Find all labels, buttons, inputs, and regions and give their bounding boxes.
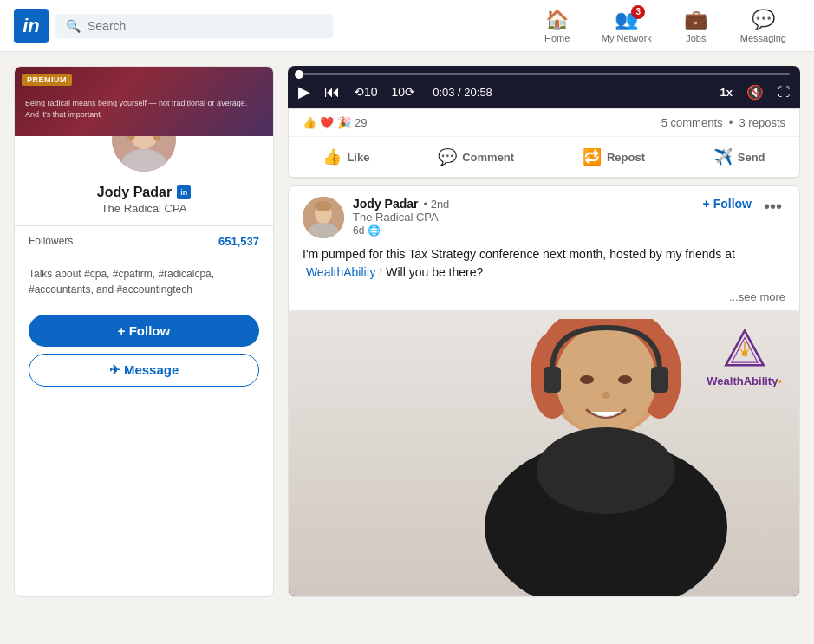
svg-rect-21 — [544, 367, 561, 393]
reaction-emoji-1: 👍 — [303, 116, 316, 129]
skip-back-button[interactable]: ⏮ — [324, 83, 340, 101]
post-image-placeholder: WealthAbility• — [289, 310, 799, 596]
svg-point-27 — [537, 427, 675, 514]
post-reactions-bar: 👍 ❤️ 🎉 29 5 comments • 3 reposts — [289, 109, 799, 137]
comment-icon: 💬 — [438, 147, 457, 166]
nav-label-my-network: My Network — [602, 33, 652, 43]
post-subtitle: The Radical CPA — [353, 211, 694, 224]
reposts-count[interactable]: 3 reposts — [739, 116, 785, 129]
post-actions: 👍 Like 💬 Comment 🔁 Repost ✈️ Send — [289, 137, 799, 178]
nav-item-messaging[interactable]: 💬 Messaging — [726, 0, 800, 52]
repost-action-button[interactable]: 🔁 Repost — [569, 140, 659, 173]
like-label: Like — [347, 151, 369, 164]
profile-info: Jody Padar in The Radical CPA — [15, 181, 273, 225]
reaction-icons: 👍 ❤️ 🎉 29 — [303, 116, 367, 129]
post-time-line: 6d 🌐 — [353, 224, 694, 237]
nav-item-home[interactable]: 🏠 Home — [527, 0, 588, 52]
author-name-text: Jody Padar — [97, 185, 172, 200]
video-controls: ▶ ⏮ ⟲10 10⟳ 0:03 / 20:58 1x 🔇 ⛶ — [288, 75, 800, 108]
person-image — [424, 319, 788, 596]
post-header: Jody Padar • 2nd The Radical CPA 6d 🌐 + … — [289, 186, 799, 245]
progress-track[interactable] — [298, 73, 790, 75]
nav-label-jobs: Jobs — [686, 33, 706, 43]
profile-actions: + Follow ✈ Message — [15, 308, 273, 400]
header: in 🔍 🏠 Home 👥 3 My Network 💼 Jobs 💬 Mess… — [0, 0, 814, 52]
profile-banner: PREMIUM Being radical means being yourse… — [15, 67, 273, 136]
post-author-name[interactable]: Jody Padar — [353, 197, 418, 211]
more-options-button[interactable]: ••• — [760, 197, 785, 217]
progress-fill — [298, 73, 299, 75]
post-body: I'm pumped for this Tax Strategy confere… — [289, 245, 799, 290]
profile-title: The Radical CPA — [29, 202, 259, 215]
svg-point-23 — [580, 375, 594, 384]
search-bar[interactable]: 🔍 — [55, 14, 333, 38]
profile-tags: Talks about #cpa, #cpafirm, #radicalcpa,… — [15, 257, 273, 308]
post-time: 6d — [353, 224, 364, 237]
messaging-icon: 💬 — [752, 9, 775, 31]
post-meta-right: 5 comments • 3 reposts — [661, 116, 785, 129]
comment-action-button[interactable]: 💬 Comment — [424, 140, 528, 173]
send-icon: ✈️ — [713, 147, 733, 166]
speed-button[interactable]: 1x — [720, 86, 733, 99]
premium-badge: PREMIUM — [22, 74, 72, 86]
volume-button[interactable]: 🔇 — [746, 84, 764, 101]
nav-label-home: Home — [544, 33, 570, 43]
search-icon: 🔍 — [66, 19, 81, 33]
linkedin-in-badge: in — [177, 185, 191, 199]
profile-name: Jody Padar in — [29, 185, 259, 200]
post-author-avatar[interactable] — [303, 197, 344, 238]
progress-dot — [295, 70, 303, 79]
video-progress-bar[interactable] — [288, 66, 800, 75]
post-card-1: 👍 ❤️ 🎉 29 5 comments • 3 reposts 👍 Like — [288, 108, 800, 179]
visibility-icon: 🌐 — [368, 224, 381, 237]
header-nav: 🏠 Home 👥 3 My Network 💼 Jobs 💬 Messaging — [527, 0, 800, 52]
send-label: Send — [738, 151, 765, 164]
follow-button[interactable]: + Follow — [29, 315, 259, 347]
profile-stats: Followers 651,537 — [15, 225, 273, 257]
time-display: 0:03 / 20:58 — [433, 86, 492, 99]
followers-count: 651,537 — [218, 235, 259, 248]
comment-label: Comment — [462, 151, 514, 164]
play-button[interactable]: ▶ — [298, 82, 310, 101]
send-action-button[interactable]: ✈️ Send — [700, 140, 779, 173]
banner-text: Being radical means being yourself — not… — [25, 98, 263, 120]
comments-count[interactable]: 5 comments — [661, 116, 723, 129]
post-body-suffix: ! Will you be there? — [379, 265, 483, 279]
post-follow-button[interactable]: + Follow — [703, 197, 752, 211]
fullscreen-button[interactable]: ⛶ — [778, 85, 790, 99]
profile-card: PREMIUM Being radical means being yourse… — [14, 66, 274, 597]
feed-area: ▶ ⏮ ⟲10 10⟳ 0:03 / 20:58 1x 🔇 ⛶ 👍 ❤️ 🎉 — [288, 66, 800, 597]
wealthability-link[interactable]: WealthAbility — [306, 265, 376, 279]
jobs-icon: 💼 — [684, 9, 707, 31]
post-author-line: Jody Padar • 2nd — [353, 197, 694, 211]
network-badge: 3 — [631, 5, 645, 19]
reaction-emoji-2: ❤️ — [320, 116, 334, 129]
reaction-emoji-3: 🎉 — [337, 116, 351, 129]
connection-degree: • 2nd — [423, 198, 449, 211]
linkedin-logo[interactable]: in — [14, 9, 49, 43]
home-icon: 🏠 — [545, 9, 569, 31]
search-input[interactable] — [88, 19, 322, 33]
message-button[interactable]: ✈ Message — [29, 354, 259, 387]
post-header-info: Jody Padar • 2nd The Radical CPA 6d 🌐 — [353, 197, 694, 237]
svg-point-24 — [618, 375, 632, 384]
repost-icon: 🔁 — [583, 147, 602, 166]
rewind-10-button[interactable]: ⟲10 — [354, 85, 378, 99]
video-player: ▶ ⏮ ⟲10 10⟳ 0:03 / 20:58 1x 🔇 ⛶ — [288, 66, 800, 108]
like-icon: 👍 — [322, 147, 342, 166]
like-action-button[interactable]: 👍 Like — [309, 140, 383, 173]
svg-point-8 — [315, 201, 332, 211]
nav-item-my-network[interactable]: 👥 3 My Network — [588, 0, 666, 52]
nav-label-messaging: Messaging — [740, 33, 786, 43]
svg-point-25 — [602, 392, 610, 399]
main-content: PREMIUM Being radical means being yourse… — [0, 52, 814, 611]
repost-label: Repost — [607, 151, 645, 164]
followers-label: Followers — [29, 235, 73, 248]
nav-item-jobs[interactable]: 💼 Jobs — [666, 0, 726, 52]
svg-rect-22 — [651, 367, 668, 393]
post-body-text: I'm pumped for this Tax Strategy confere… — [303, 247, 735, 261]
reaction-count: 29 — [355, 116, 367, 129]
forward-10-button[interactable]: 10⟳ — [392, 85, 416, 99]
see-more[interactable]: ...see more — [289, 290, 799, 310]
post-avatar-image — [303, 197, 344, 238]
